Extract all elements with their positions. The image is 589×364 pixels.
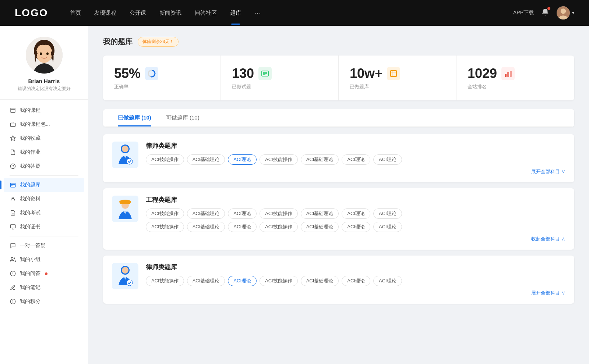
- tag-2[interactable]: ACI理论: [228, 208, 257, 219]
- tab-done[interactable]: 已做题库 (10): [110, 109, 159, 126]
- active-bar: [0, 181, 1, 189]
- tag-2[interactable]: ACI理论: [228, 276, 257, 286]
- expand-button-1[interactable]: 收起全部科目 ∧: [146, 236, 565, 242]
- score-icon: [10, 298, 16, 305]
- certificate-icon: [10, 224, 16, 230]
- svg-rect-45: [120, 202, 130, 204]
- sidebar-item-note[interactable]: 我的笔记: [4, 281, 84, 295]
- expand-button-2[interactable]: 展开全部科目 ∨: [146, 290, 565, 296]
- tag-5[interactable]: ACI理论: [342, 154, 370, 165]
- sidebar-item-package[interactable]: 我的课程包...: [4, 117, 84, 131]
- sidebar-item-group[interactable]: 我的小组: [4, 253, 84, 267]
- bank-tags: ACI技能操作 ACI基础理论 ACI理论 ACI技能操作 ACI基础理论 AC…: [146, 154, 565, 165]
- nav-bank[interactable]: 题库: [230, 8, 241, 18]
- tag-r2-0[interactable]: ACI技能操作: [146, 222, 184, 232]
- tag-r2-5[interactable]: ACI理论: [342, 222, 370, 232]
- tag-3[interactable]: ACI技能操作: [260, 276, 298, 286]
- tag-1[interactable]: ACI基础理论: [187, 154, 225, 165]
- nav-discover[interactable]: 发现课程: [94, 8, 116, 18]
- tag-1[interactable]: ACI基础理论: [187, 276, 225, 286]
- tag-6[interactable]: ACI理论: [373, 154, 402, 165]
- tag-r2-3[interactable]: ACI技能操作: [260, 222, 298, 232]
- tag-4[interactable]: ACI基础理论: [301, 208, 339, 219]
- trial-badge: 体验剩余23天！: [138, 37, 179, 47]
- tag-5[interactable]: ACI理论: [342, 208, 370, 219]
- qa-icon: [10, 270, 16, 277]
- tag-r2-2[interactable]: ACI理论: [228, 222, 257, 232]
- stat-done-questions: 130 已做试题: [221, 56, 339, 100]
- note-icon: [10, 284, 16, 291]
- app-download-link[interactable]: APP下载: [513, 10, 534, 16]
- sidebar-item-certificate[interactable]: 我的证书: [4, 220, 84, 234]
- stat-value: 10w+: [350, 66, 382, 81]
- bar-chart-icon: [501, 67, 515, 80]
- bank-card-2: 律师类题库 ACI技能操作 ACI基础理论 ACI理论 ACI技能操作 ACI基…: [103, 256, 574, 304]
- sidebar-item-label: 我的课程包...: [20, 121, 50, 128]
- sidebar-item-label: 我的课程: [20, 107, 40, 114]
- sidebar-item-score[interactable]: 我的积分: [4, 295, 84, 308]
- sidebar-item-bank[interactable]: 我的题库: [4, 178, 84, 192]
- sidebar-item-label: 一对一答疑: [20, 242, 46, 249]
- nav-home[interactable]: 首页: [70, 8, 81, 18]
- sidebar: Brian Harris 错误的决定比没有决定要好 我的课程 我的课程包... …: [0, 26, 88, 364]
- tag-r2-4[interactable]: ACI基础理论: [301, 222, 339, 232]
- lawyer-icon-wrap: [112, 142, 138, 168]
- tag-6[interactable]: ACI理论: [373, 208, 402, 219]
- bank-header: 律师类题库 ACI技能操作 ACI基础理论 ACI理论 ACI技能操作 ACI基…: [112, 263, 565, 296]
- sidebar-item-homework[interactable]: 我的作业: [4, 145, 84, 159]
- tag-0[interactable]: ACI技能操作: [146, 154, 184, 165]
- top-navigation: LOGO 首页 发现课程 公开课 新闻资讯 问答社区 题库 ··· APP下载 …: [0, 0, 589, 26]
- nav-more[interactable]: ···: [254, 8, 261, 18]
- expand-button-0[interactable]: 展开全部科目 ∨: [146, 168, 565, 175]
- tag-0[interactable]: ACI技能操作: [146, 208, 184, 219]
- svg-rect-10: [10, 123, 15, 126]
- nav-items: 首页 发现课程 公开课 新闻资讯 问答社区 题库 ···: [70, 8, 513, 18]
- svg-rect-8: [11, 108, 15, 113]
- tag-4[interactable]: ACI基础理论: [301, 154, 339, 165]
- sidebar-item-exam[interactable]: 我的考试: [4, 206, 84, 220]
- tag-3[interactable]: ACI技能操作: [260, 154, 298, 165]
- qa-red-dot: [45, 272, 47, 275]
- tag-5[interactable]: ACI理论: [342, 276, 370, 286]
- bank-card-1: 工程类题库 ACI技能操作 ACI基础理论 ACI理论 ACI技能操作 ACI基…: [103, 188, 574, 250]
- stat-top: 1029: [468, 66, 563, 81]
- notification-dot: [547, 7, 550, 10]
- bank-tags-row2: ACI技能操作 ACI基础理论 ACI理论 ACI技能操作 ACI基础理论 AC…: [146, 222, 565, 232]
- tag-6[interactable]: ACI理论: [373, 276, 402, 286]
- nav-news[interactable]: 新闻资讯: [159, 8, 181, 18]
- tag-0[interactable]: ACI技能操作: [146, 276, 184, 286]
- tag-4[interactable]: ACI基础理论: [301, 276, 339, 286]
- one-one-icon: [10, 242, 16, 249]
- tab-available[interactable]: 可做题库 (10): [159, 109, 207, 126]
- sidebar-item-course[interactable]: 我的课程: [4, 103, 84, 117]
- tag-2[interactable]: ACI理论: [228, 154, 257, 165]
- user-avatar-wrap[interactable]: ▾: [557, 6, 574, 19]
- sidebar-item-one-one[interactable]: 一对一答疑: [4, 239, 84, 253]
- svg-point-6: [40, 53, 42, 55]
- book-icon: [387, 67, 400, 80]
- svg-rect-20: [10, 225, 15, 228]
- bank-icon: [10, 182, 16, 188]
- sidebar-item-qa[interactable]: 我的问答: [4, 267, 84, 281]
- sidebar-item-answer[interactable]: 我的答疑: [4, 159, 84, 173]
- tag-3[interactable]: ACI技能操作: [260, 208, 298, 219]
- page-title: 我的题库: [103, 37, 133, 47]
- sidebar-item-favorite[interactable]: 我的收藏: [4, 131, 84, 145]
- bank-title: 律师类题库: [146, 142, 565, 150]
- list-icon: [258, 67, 272, 80]
- stat-label: 全站排名: [468, 83, 563, 90]
- bell-icon[interactable]: [541, 8, 549, 18]
- profile-motto: 错误的决定比没有决定要好: [18, 86, 71, 92]
- nav-qa[interactable]: 问答社区: [195, 8, 217, 18]
- svg-point-42: [127, 158, 133, 164]
- sidebar-item-material[interactable]: 我的资料: [4, 192, 84, 206]
- tag-1[interactable]: ACI基础理论: [187, 208, 225, 219]
- sidebar-item-label: 我的证书: [20, 224, 40, 230]
- page-header: 我的题库 体验剩余23天！: [103, 37, 574, 47]
- material-icon: [10, 196, 16, 202]
- stat-value: 1029: [468, 66, 497, 81]
- nav-opencourse[interactable]: 公开课: [130, 8, 146, 18]
- bank-card-0: 律师类题库 ACI技能操作 ACI基础理论 ACI理论 ACI技能操作 ACI基…: [103, 134, 574, 182]
- tag-r2-1[interactable]: ACI基础理论: [187, 222, 225, 232]
- tag-r2-6[interactable]: ACI理论: [373, 222, 402, 232]
